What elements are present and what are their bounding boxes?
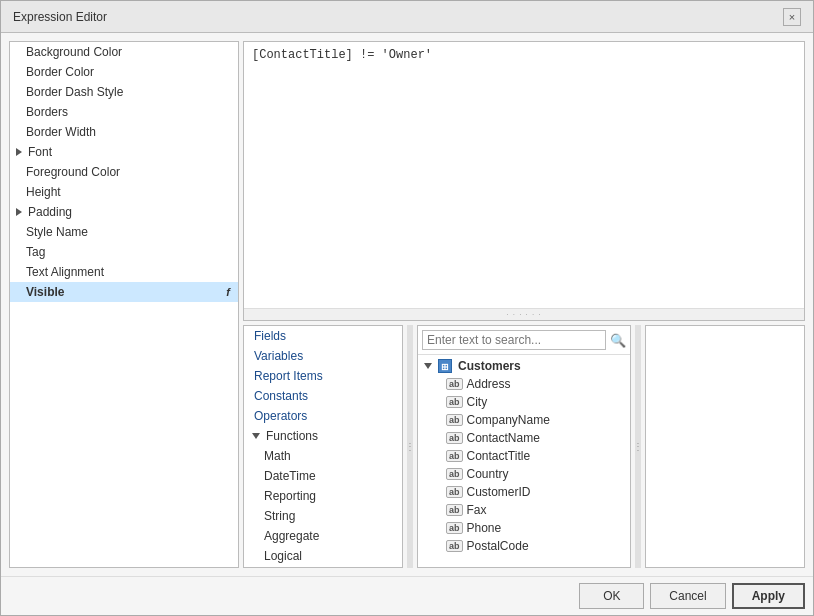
- search-box: 🔍: [418, 326, 630, 355]
- category-aggregate[interactable]: Aggregate: [244, 526, 402, 546]
- right-area: [ContactTitle] != 'Owner' · · · · · · Fi…: [243, 41, 805, 568]
- field-country[interactable]: ab Country: [418, 465, 630, 483]
- title-bar: Expression Editor ×: [1, 1, 813, 33]
- drag-handle-icon: · · · · · ·: [506, 310, 541, 319]
- category-constants[interactable]: Constants: [244, 386, 402, 406]
- fields-tree: ⊞ Customers ab Address ab City ab: [418, 355, 630, 567]
- tree-group-customers[interactable]: ⊞ Customers: [418, 357, 630, 375]
- prop-height[interactable]: Height: [10, 182, 238, 202]
- prop-visible[interactable]: Visible f: [10, 282, 238, 302]
- category-report-items[interactable]: Report Items: [244, 366, 402, 386]
- prop-background-color[interactable]: Background Color: [10, 42, 238, 62]
- category-math[interactable]: Math: [244, 446, 402, 466]
- main-content: Background Color Border Color Border Das…: [1, 33, 813, 576]
- field-type-icon: ab: [446, 378, 463, 390]
- category-string[interactable]: String: [244, 506, 402, 526]
- field-type-icon: ab: [446, 414, 463, 426]
- expression-area: [ContactTitle] != 'Owner' · · · · · ·: [243, 41, 805, 321]
- category-variables[interactable]: Variables: [244, 346, 402, 366]
- category-panel: Fields Variables Report Items Constants …: [243, 325, 403, 568]
- padding-arrow-icon: [16, 208, 22, 216]
- field-phone[interactable]: ab Phone: [418, 519, 630, 537]
- category-functions-header[interactable]: Functions: [244, 426, 402, 446]
- field-type-icon: ab: [446, 486, 463, 498]
- category-logical[interactable]: Logical: [244, 546, 402, 566]
- expand-arrow-icon: [16, 148, 22, 156]
- field-type-icon: ab: [446, 522, 463, 534]
- field-fax[interactable]: ab Fax: [418, 501, 630, 519]
- prop-border-color[interactable]: Border Color: [10, 62, 238, 82]
- field-type-icon: ab: [446, 396, 463, 408]
- fx-badge: f: [226, 286, 230, 298]
- prop-font[interactable]: Font: [10, 142, 238, 162]
- field-city[interactable]: ab City: [418, 393, 630, 411]
- bottom-panels: Fields Variables Report Items Constants …: [243, 325, 805, 568]
- vertical-splitter-2[interactable]: [635, 325, 641, 568]
- prop-foreground-color[interactable]: Foreground Color: [10, 162, 238, 182]
- field-customerid[interactable]: ab CustomerID: [418, 483, 630, 501]
- vertical-splitter[interactable]: [407, 325, 413, 568]
- field-type-icon: ab: [446, 504, 463, 516]
- field-type-icon: ab: [446, 432, 463, 444]
- category-reporting[interactable]: Reporting: [244, 486, 402, 506]
- fields-panel: 🔍 ⊞ Customers ab Address ab: [417, 325, 631, 568]
- functions-expand-icon: [252, 433, 260, 439]
- field-type-icon: ab: [446, 540, 463, 552]
- button-bar: OK Cancel Apply: [1, 576, 813, 615]
- apply-button[interactable]: Apply: [732, 583, 805, 609]
- category-fields[interactable]: Fields: [244, 326, 402, 346]
- prop-style-name[interactable]: Style Name: [10, 222, 238, 242]
- prop-border-width[interactable]: Border Width: [10, 122, 238, 142]
- expression-editor-dialog: Expression Editor × Background Color Bor…: [0, 0, 814, 616]
- prop-tag[interactable]: Tag: [10, 242, 238, 262]
- field-companyname[interactable]: ab CompanyName: [418, 411, 630, 429]
- field-type-icon: ab: [446, 468, 463, 480]
- customers-expand-icon: [424, 363, 432, 369]
- search-input[interactable]: [422, 330, 606, 350]
- field-contacttitle[interactable]: ab ContactTitle: [418, 447, 630, 465]
- field-address[interactable]: ab Address: [418, 375, 630, 393]
- prop-borders[interactable]: Borders: [10, 102, 238, 122]
- dialog-title: Expression Editor: [13, 10, 107, 24]
- category-datetime[interactable]: DateTime: [244, 466, 402, 486]
- description-panel: [645, 325, 805, 568]
- properties-panel: Background Color Border Color Border Das…: [9, 41, 239, 568]
- close-button[interactable]: ×: [783, 8, 801, 26]
- category-operators[interactable]: Operators: [244, 406, 402, 426]
- expression-input[interactable]: [ContactTitle] != 'Owner': [244, 42, 804, 308]
- field-contactname[interactable]: ab ContactName: [418, 429, 630, 447]
- field-type-icon: ab: [446, 450, 463, 462]
- prop-border-dash-style[interactable]: Border Dash Style: [10, 82, 238, 102]
- horizontal-scrollbar[interactable]: · · · · · ·: [244, 308, 804, 320]
- prop-padding[interactable]: Padding: [10, 202, 238, 222]
- prop-text-alignment[interactable]: Text Alignment: [10, 262, 238, 282]
- ok-button[interactable]: OK: [579, 583, 644, 609]
- table-icon: ⊞: [438, 359, 452, 373]
- cancel-button[interactable]: Cancel: [650, 583, 725, 609]
- field-postalcode[interactable]: ab PostalCode: [418, 537, 630, 555]
- search-icon[interactable]: 🔍: [610, 333, 626, 348]
